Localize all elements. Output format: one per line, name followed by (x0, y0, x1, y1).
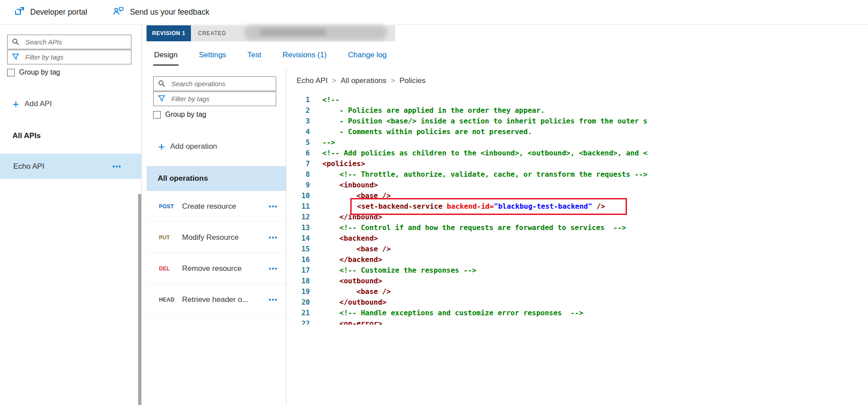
code-token: </backend> (340, 255, 382, 264)
code-line[interactable]: 8 <!-- Throttle, authorize, validate, ca… (287, 169, 868, 180)
tab-revisions-1[interactable]: Revisions (1) (282, 45, 328, 66)
filter-operations-field (153, 91, 276, 106)
breadcrumb: Echo API>All operations>Policies (297, 76, 425, 85)
line-number: 13 (287, 222, 310, 233)
code-token: /> (592, 202, 605, 210)
breadcrumb-item-echo-api[interactable]: Echo API (297, 76, 328, 85)
search-operations-input[interactable] (153, 76, 276, 91)
line-number: 15 (287, 244, 310, 254)
code-text: - Comments within policies are not prese… (322, 127, 532, 137)
plus-icon: + (158, 142, 165, 151)
filter-icon (12, 53, 19, 60)
code-text: --> (322, 137, 335, 148)
line-number: 18 (287, 276, 310, 286)
revision-tab[interactable]: REVISION 1 (147, 25, 191, 41)
search-apis-input[interactable] (7, 35, 131, 49)
code-line[interactable]: 11 <set-backend-service backend-id="blac… (287, 201, 868, 212)
code-line[interactable]: 3 - Position <base/> inside a section to… (287, 116, 868, 127)
code-line[interactable]: 15 <base /> (287, 244, 868, 254)
operation-menu-button[interactable]: ••• (269, 203, 278, 210)
tab-change-log[interactable]: Change log (347, 45, 388, 66)
ops-group-by-tag-checkbox[interactable] (153, 111, 161, 119)
group-by-tag-checkbox[interactable] (7, 69, 15, 76)
code-token: "blackbug-test-backend" (494, 202, 592, 210)
code-token: <inbound> (340, 181, 378, 189)
operation-row-post[interactable]: POSTCreate resource••• (147, 191, 286, 222)
add-api-label: Add API (24, 99, 52, 108)
add-operation-button[interactable]: + Add operation (158, 142, 217, 151)
operation-menu-button[interactable]: ••• (269, 296, 278, 303)
code-line[interactable]: 13 <!-- Control if and how the requests … (287, 222, 868, 233)
code-line[interactable]: 22 <on-error> (287, 318, 868, 325)
operations-list: POSTCreate resource•••PUTModify Resource… (147, 191, 286, 315)
tab-settings[interactable]: Settings (198, 45, 227, 66)
code-lines: 1<!--2 - Policies are applied in the ord… (287, 95, 868, 325)
tab-design[interactable]: Design (153, 45, 178, 66)
line-number: 7 (287, 159, 310, 169)
code-line[interactable]: 6<!-- Add policies as children to the <i… (287, 148, 868, 159)
code-text: <!-- Control if and how the requests are… (322, 222, 626, 233)
code-token (322, 319, 340, 325)
search-icon (158, 80, 165, 87)
breadcrumb-separator: > (332, 77, 336, 85)
policy-code-editor[interactable]: 1<!--2 - Policies are applied in the ord… (287, 95, 868, 325)
redacted-created-date-inner (260, 29, 326, 36)
add-api-button[interactable]: + Add API (12, 99, 52, 108)
code-line[interactable]: 19 <base /> (287, 286, 868, 297)
code-token: <!-- Throttle, authorize, validate, cach… (340, 170, 648, 179)
feedback-link[interactable]: Send us your feedback (113, 6, 209, 18)
breadcrumb-item-all-operations[interactable]: All operations (341, 76, 386, 85)
operation-name: Create resource (182, 202, 269, 211)
code-text: <base /> (322, 244, 391, 254)
line-number: 20 (287, 297, 310, 308)
all-operations-item[interactable]: All operations (147, 166, 286, 191)
filter-operations-input[interactable] (153, 91, 276, 106)
code-line[interactable]: 4 - Comments within policies are not pre… (287, 127, 868, 137)
filter-tags-input[interactable] (7, 50, 131, 64)
code-line[interactable]: 20 </outbound> (287, 297, 868, 308)
feedback-icon (113, 6, 124, 18)
code-line[interactable]: 9 <inbound> (287, 180, 868, 191)
sidebar-item-echo-api[interactable]: Echo API ••• (0, 154, 141, 179)
tab-test[interactable]: Test (246, 45, 262, 66)
line-number: 19 (287, 286, 310, 297)
code-line[interactable]: 16 </backend> (287, 254, 868, 265)
code-token: <base /> (357, 287, 391, 296)
code-text: <inbound> (322, 180, 378, 191)
line-number: 17 (287, 265, 310, 276)
operation-row-put[interactable]: PUTModify Resource••• (147, 222, 286, 253)
line-number: 8 (287, 169, 310, 180)
code-line[interactable]: 2 - Policies are applied in the order th… (287, 105, 868, 116)
operation-row-head[interactable]: HEADRetrieve header o...••• (147, 284, 286, 315)
sidebar-scrollbar-thumb[interactable] (138, 194, 141, 405)
code-token: </outbound> (340, 298, 387, 306)
code-line[interactable]: 14 <backend> (287, 233, 868, 244)
policy-content-pane: Echo API>All operations>Policies 1<!--2 … (287, 69, 868, 405)
operations-panel: Group by tag + Add operation All operati… (147, 69, 286, 405)
breadcrumb-item-policies[interactable]: Policies (400, 76, 426, 85)
code-token: <outbound> (340, 277, 382, 285)
code-token: --> (322, 138, 335, 147)
line-number: 2 (287, 105, 310, 116)
code-text: <outbound> (322, 276, 382, 286)
code-token (322, 181, 340, 189)
operation-menu-button[interactable]: ••• (269, 234, 278, 241)
code-token (322, 309, 340, 317)
code-line[interactable]: 18 <outbound> (287, 276, 868, 286)
code-token: - Policies are applied in the order they… (322, 106, 545, 115)
ops-group-by-tag-label: Group by tag (165, 111, 206, 119)
code-line[interactable]: 17 <!-- Customize the responses --> (287, 265, 868, 276)
code-line[interactable]: 5--> (287, 137, 868, 148)
code-line[interactable]: 7<policies> (287, 159, 868, 169)
developer-portal-link[interactable]: Developer portal (15, 6, 87, 18)
code-token (322, 298, 340, 306)
code-token: - Position <base/> inside a section to i… (322, 117, 647, 125)
api-context-menu-button[interactable]: ••• (112, 163, 141, 170)
line-number: 22 (287, 318, 310, 325)
code-line[interactable]: 21 <!-- Handle exceptions and customize … (287, 308, 868, 318)
code-line[interactable]: 1<!-- (287, 95, 868, 105)
operation-row-del[interactable]: DELRemove resource••• (147, 253, 286, 284)
code-token (322, 266, 340, 274)
operation-verb-badge: POST (159, 203, 182, 210)
operation-menu-button[interactable]: ••• (269, 265, 278, 272)
